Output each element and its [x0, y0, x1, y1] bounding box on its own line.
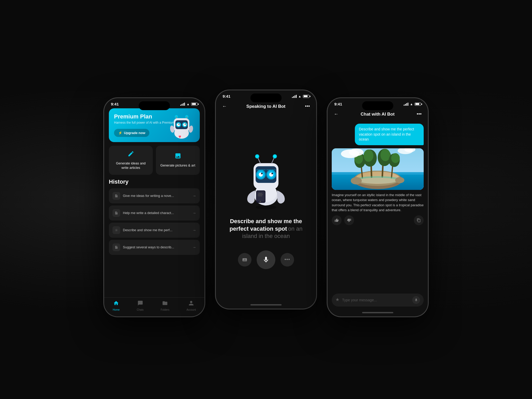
more-button-2[interactable]: ••• [304, 103, 311, 110]
generate-articles-label: Generate ideas and write articles [112, 161, 149, 170]
pencil-icon [128, 150, 134, 159]
svg-point-59 [364, 149, 374, 162]
island-image [332, 148, 424, 190]
svg-point-8 [185, 124, 186, 125]
svg-point-6 [183, 123, 186, 126]
premium-robot-image: ♥ [166, 108, 197, 142]
back-button-2[interactable]: ← [221, 103, 228, 110]
home-indicator-3 [328, 309, 428, 316]
svg-point-17 [256, 205, 276, 209]
battery-icon-3 [415, 103, 421, 106]
phone-speaking-screen: 9:41 ▲ ← Speaking to AI Bot [216, 90, 316, 309]
history-list: Give me ideas for writing a nove... → He… [109, 188, 200, 255]
phone-chat: 9:41 ▲ ← Chat with AI Bot [327, 98, 428, 317]
tab-home[interactable]: Home [113, 300, 120, 311]
more-options-button[interactable]: ••• [281, 253, 294, 267]
history-section: History Give me ideas for writing a nove… [109, 178, 200, 297]
history-icon-3 [112, 243, 120, 251]
chat-header-3: ← Chat with AI Bot ••• [328, 108, 428, 121]
svg-point-25 [261, 173, 263, 174]
tab-folders-label: Folders [161, 308, 169, 311]
user-message-text: Describe and show me the perfect vacatio… [359, 127, 414, 141]
more-button-3[interactable]: ••• [416, 110, 423, 118]
history-text-1: Help me write a detailed charact... [123, 211, 190, 215]
phone-chat-screen: 9:41 ▲ ← Chat with AI Bot [328, 98, 428, 316]
history-item-3[interactable]: Suggest several ways to describ... → [109, 240, 200, 255]
svg-line-39 [272, 157, 274, 163]
wifi-icon-2: ▲ [298, 95, 301, 98]
home-content: Premium Plan Harness the full power of A… [104, 108, 204, 297]
status-time-3: 9:41 [334, 102, 342, 106]
upgrade-label: Upgrade now [124, 131, 145, 135]
svg-point-5 [177, 123, 180, 126]
svg-text:♥: ♥ [178, 134, 181, 139]
chat-input-area[interactable]: Type your message... [332, 294, 424, 307]
home-tab-icon [113, 300, 119, 307]
status-icons-3: ▲ [404, 102, 421, 106]
tab-account[interactable]: Account [187, 300, 196, 311]
svg-point-72 [351, 177, 362, 184]
wifi-icon-3: ▲ [410, 102, 413, 106]
arrow-icon-2: → [192, 228, 196, 232]
lightning-icon: ⚡ [118, 131, 122, 135]
robot-3d-container [237, 145, 295, 212]
chat-mic-button[interactable] [412, 296, 420, 304]
history-item-2[interactable]: Describe and show me the perf... → [109, 223, 200, 238]
wifi-icon-1: ▲ [187, 102, 190, 106]
history-title: History [109, 178, 200, 185]
svg-point-29 [271, 173, 273, 174]
home-bar-3 [362, 312, 393, 313]
status-time-1: 9:41 [111, 102, 119, 106]
tab-folders[interactable]: Folders [161, 300, 169, 311]
generate-pictures-button[interactable]: Generate pictures & art [156, 146, 200, 175]
arrow-icon-0: → [192, 194, 196, 198]
dynamic-island-1 [139, 101, 170, 110]
premium-card[interactable]: Premium Plan Harness the full power of A… [109, 108, 200, 142]
ai-response-text: Imagine yourself on an idyllic island in… [332, 192, 424, 213]
svg-rect-45 [258, 193, 262, 194]
back-button-3[interactable]: ← [333, 110, 340, 118]
svg-point-7 [178, 124, 179, 125]
svg-point-71 [358, 178, 397, 184]
svg-rect-43 [257, 191, 265, 202]
svg-point-73 [395, 177, 404, 183]
chat-input-placeholder[interactable]: Type your message... [342, 298, 410, 302]
arrow-icon-3: → [192, 245, 196, 249]
arrow-icon-1: → [192, 211, 196, 215]
svg-point-65 [391, 153, 400, 163]
dynamic-island-3 [362, 101, 393, 110]
history-item-0[interactable]: Give me ideas for writing a nove... → [109, 188, 200, 203]
thumbs-down-button[interactable] [344, 215, 354, 225]
user-message-bubble: Describe and show me the perfect vacatio… [355, 124, 424, 145]
generate-pictures-label: Generate pictures & art [160, 163, 195, 168]
chat-title-3: Chat with AI Bot [361, 112, 395, 117]
chat-content: Describe and show me the perfect vacatio… [328, 121, 428, 294]
tab-home-label: Home [113, 308, 120, 311]
history-item-1[interactable]: Help me write a detailed charact... → [109, 205, 200, 221]
history-text-2: Describe and show me the perf... [123, 228, 190, 232]
svg-point-67 [349, 149, 364, 156]
phone-home-screen: 9:41 ▲ [104, 98, 204, 316]
battery-icon-2 [303, 95, 309, 98]
image-icon [175, 152, 181, 161]
status-time-2: 9:41 [223, 94, 230, 98]
generate-articles-button[interactable]: Generate ideas and write articles [109, 146, 153, 175]
battery-icon-1 [191, 103, 198, 106]
thumbs-up-button[interactable] [332, 215, 342, 225]
chats-tab-icon [137, 300, 143, 307]
svg-rect-46 [258, 194, 263, 195]
dynamic-island-2 [250, 94, 282, 102]
keyboard-button[interactable] [238, 253, 251, 267]
history-text-0: Give me ideas for writing a nove... [123, 194, 190, 198]
mic-button[interactable] [257, 250, 275, 269]
tab-chats[interactable]: Chats [137, 300, 144, 311]
input-sparkle-icon [335, 297, 340, 303]
speaking-title: Speaking to AI Bot [246, 104, 285, 109]
svg-point-16 [116, 230, 117, 231]
phones-container: 9:41 ▲ [104, 82, 428, 317]
tab-bar-1: Home Chats Folders [104, 297, 204, 316]
svg-line-36 [258, 157, 260, 163]
copy-button[interactable] [414, 215, 424, 225]
upgrade-button[interactable]: ⚡ Upgrade now [114, 129, 149, 137]
speaking-content: Describe and show me the perfect vacatio… [216, 113, 316, 301]
